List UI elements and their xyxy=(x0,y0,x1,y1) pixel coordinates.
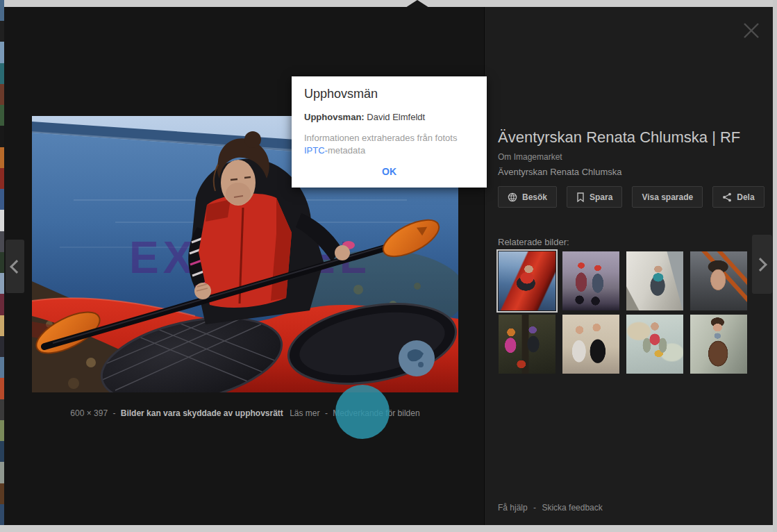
save-button-label: Spara xyxy=(590,192,612,202)
info-prefix: Informationen extraherades från fotots xyxy=(304,133,457,143)
iptc-link[interactable]: IPTC- xyxy=(304,145,328,156)
view-saved-button-label: Visa sparade xyxy=(642,192,693,202)
related-thumbnail-forest-pair[interactable] xyxy=(499,315,555,374)
author-field: Upphovsman: David Elmfeldt xyxy=(304,112,474,122)
share-button-label: Dela xyxy=(737,192,754,202)
image-title[interactable]: Äventyrskan Renata Chlumska | RF xyxy=(498,128,769,147)
image-caption: 600 × 397 - Bilder kan vara skyddade av … xyxy=(32,408,458,418)
globe-icon xyxy=(508,192,517,202)
close-icon[interactable] xyxy=(737,17,765,44)
click-indicator xyxy=(335,385,390,439)
share-icon xyxy=(722,192,732,202)
chevron-left-icon xyxy=(10,260,24,274)
dialog-title: Upphovsmän xyxy=(304,87,474,101)
previous-image-button[interactable] xyxy=(6,240,24,293)
chevron-right-icon xyxy=(753,258,767,272)
next-image-button[interactable] xyxy=(752,235,772,294)
get-help-link[interactable]: Få hjälp xyxy=(498,503,528,513)
related-thumbnail-couple[interactable] xyxy=(562,315,619,374)
save-button[interactable]: Spara xyxy=(567,186,622,208)
related-thumbnail-woman-with-books[interactable] xyxy=(626,315,683,374)
kayak-sticker xyxy=(399,340,435,376)
close-x-glyph xyxy=(742,21,761,40)
related-thumbnail-leather-jacket[interactable] xyxy=(690,315,747,374)
read-more-link[interactable]: Läs mer xyxy=(290,408,319,418)
copyright-notice: Bilder kan vara skyddade av upphovsrätt xyxy=(121,408,283,418)
share-button[interactable]: Dela xyxy=(712,186,764,208)
related-thumbnail-kayak-child-selected[interactable] xyxy=(499,251,555,310)
action-button-row: Besök Spara Visa sparade Dela xyxy=(498,186,765,208)
related-images-grid xyxy=(499,251,753,374)
related-thumbnail-cyclists[interactable] xyxy=(562,251,619,310)
author-label: Upphovsman: xyxy=(304,112,365,122)
view-saved-button[interactable]: Visa sparade xyxy=(632,186,703,208)
bookmark-icon xyxy=(576,192,585,202)
footer-separator: - xyxy=(533,503,536,513)
author-value: David Elmfeldt xyxy=(367,112,425,122)
info-suffix: metadata xyxy=(328,145,365,156)
page-background-edge xyxy=(773,0,777,532)
caption-separator: - xyxy=(112,408,115,418)
send-feedback-link[interactable]: Skicka feedback xyxy=(542,503,602,513)
visit-button[interactable]: Besök xyxy=(498,186,557,208)
caption-separator-2: - xyxy=(325,408,328,418)
ok-button[interactable]: OK xyxy=(378,165,401,178)
dialog-info-text: Informationen extraherades från fotots I… xyxy=(304,132,474,156)
image-preview-panel: EXEMPEL xyxy=(4,7,773,525)
image-source[interactable]: Om Imagemarket xyxy=(498,152,562,162)
related-thumbnail-woman-interior[interactable] xyxy=(626,251,683,310)
image-subtitle: Äventyrskan Renata Chlumska xyxy=(498,167,621,177)
image-dimensions: 600 × 397 xyxy=(70,408,108,418)
panel-footer: Få hjälp - Skicka feedback xyxy=(498,503,603,513)
authors-dialog: Upphovsmän Upphovsman: David Elmfeldt In… xyxy=(292,76,487,188)
related-images-label: Relaterade bilder: xyxy=(498,237,569,247)
related-thumbnail-portrait[interactable] xyxy=(690,251,747,310)
visit-button-label: Besök xyxy=(522,192,547,202)
panel-caret xyxy=(406,0,429,8)
